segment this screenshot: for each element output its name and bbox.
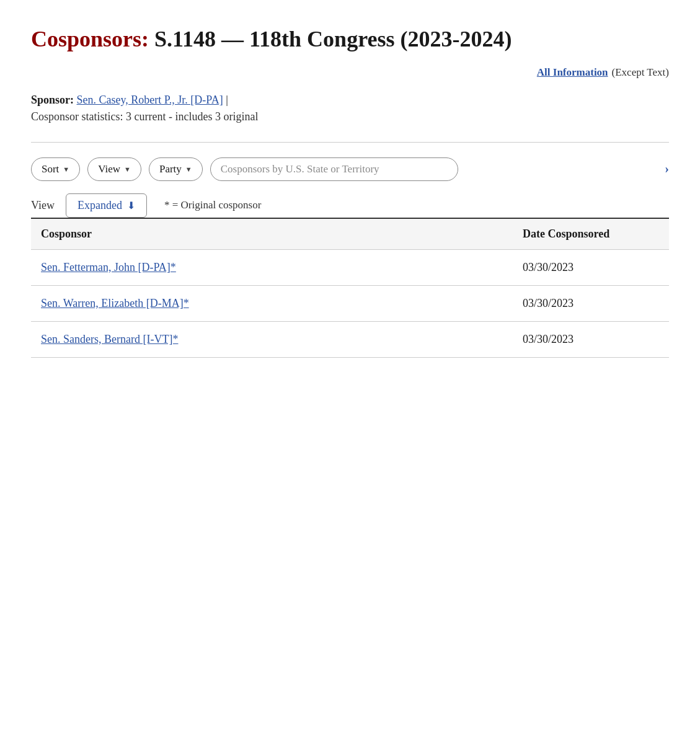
expanded-label: Expanded: [78, 199, 122, 212]
view-button[interactable]: View ▼: [87, 157, 141, 181]
state-filter-button[interactable]: Cosponsors by U.S. State or Territory: [210, 157, 458, 181]
sort-chevron-icon: ▼: [63, 166, 69, 173]
sort-button[interactable]: Sort ▼: [31, 157, 80, 181]
page-title: Cosponsors: S.1148 — 118th Congress (202…: [31, 25, 669, 54]
col-header-date: Date Cosponsored: [523, 228, 659, 241]
view-label: View: [98, 163, 120, 175]
cosponsor-name-cell: Sen. Fetterman, John [D-PA]*: [41, 261, 523, 274]
cosponsor-link-sanders[interactable]: Sen. Sanders, Bernard [I-VT]*: [41, 333, 178, 345]
all-info-row: All Information (Except Text): [31, 66, 669, 79]
cosponsor-name-cell: Sen. Warren, Elizabeth [D-MA]*: [41, 297, 523, 310]
cosponsor-date-cell: 03/30/2023: [523, 261, 659, 274]
original-cosponsor-note: * = Original cosponsor: [164, 199, 261, 211]
cosponsor-date-cell: 03/30/2023: [523, 297, 659, 310]
sponsor-row: Sponsor: Sen. Casey, Robert P., Jr. [D-P…: [31, 94, 669, 107]
cosponsor-pipe: |: [226, 94, 228, 106]
party-label: Party: [159, 163, 182, 175]
table-header: Cosponsor Date Cosponsored: [31, 219, 669, 250]
table-row: Sen. Warren, Elizabeth [D-MA]* 03/30/202…: [31, 286, 669, 322]
col-header-cosponsor: Cosponsor: [41, 228, 523, 241]
sponsor-label: Sponsor:: [31, 94, 74, 106]
divider: [31, 142, 669, 143]
expanded-dropdown-button[interactable]: Expanded ⬇: [66, 193, 147, 218]
cosponsor-name-cell: Sen. Sanders, Bernard [I-VT]*: [41, 333, 523, 346]
cosponsor-link-fetterman[interactable]: Sen. Fetterman, John [D-PA]*: [41, 261, 176, 273]
except-text: (Except Text): [612, 66, 669, 79]
cosponsor-link-warren[interactable]: Sen. Warren, Elizabeth [D-MA]*: [41, 297, 189, 309]
all-info-link[interactable]: All Information: [537, 66, 608, 79]
sponsor-link[interactable]: Sen. Casey, Robert P., Jr. [D-PA]: [77, 94, 223, 106]
party-chevron-icon: ▼: [185, 166, 192, 173]
cosponsors-label: Cosponsors:: [31, 27, 149, 51]
expanded-chevron-icon: ⬇: [127, 200, 135, 211]
view-chevron-icon: ▼: [124, 166, 131, 173]
table-row: Sen. Fetterman, John [D-PA]* 03/30/2023: [31, 250, 669, 286]
party-button[interactable]: Party ▼: [149, 157, 203, 181]
bill-title: S.1148 — 118th Congress (2023-2024): [154, 27, 512, 51]
cosponsor-stats: Cosponsor statistics: 3 current - includ…: [31, 110, 669, 123]
cosponsor-date-cell: 03/30/2023: [523, 333, 659, 346]
sort-label: Sort: [42, 163, 59, 175]
state-placeholder: Cosponsors by U.S. State or Territory: [221, 163, 379, 175]
view-row: View Expanded ⬇ * = Original cosponsor: [31, 193, 669, 218]
arrow-right-icon[interactable]: ›: [665, 162, 669, 176]
view-row-label: View: [31, 199, 55, 212]
table-row: Sen. Sanders, Bernard [I-VT]* 03/30/2023: [31, 322, 669, 358]
cosponsors-table: Cosponsor Date Cosponsored Sen. Fetterma…: [31, 218, 669, 358]
filter-bar: Sort ▼ View ▼ Party ▼ Cosponsors by U.S.…: [31, 157, 669, 181]
